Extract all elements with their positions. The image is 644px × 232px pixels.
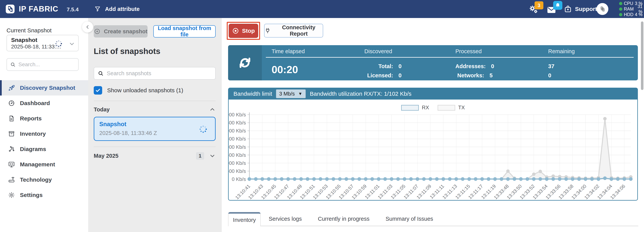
add-attribute-button[interactable]: Add attribute [94,4,140,14]
show-unloaded-toggle[interactable]: Show unloaded snapshots (1) [94,86,183,95]
remaining-header: Remaining [548,48,575,54]
archive-icon [8,130,15,137]
sidebar-item-inventory[interactable]: Inventory [0,126,88,141]
sidebar-item-dashboard[interactable]: Dashboard [0,95,88,111]
network-icon [8,146,15,153]
snapshot-group-may-2025[interactable]: May 2025 1 [94,150,216,161]
gear-icon [8,192,15,199]
bandwidth-limit-select[interactable]: 3 Mb/s ▼ [276,89,306,98]
time-elapsed-value: 00:20 [272,63,298,75]
snapshot-search-input[interactable] [107,70,212,77]
connectivity-report-button[interactable]: Connectivity Report [264,24,323,37]
group-count-badge: 1 [196,152,204,160]
snapshot-item-title: Snapshot [99,121,126,128]
stat-row-ram: RAM 31 % [619,6,642,12]
current-snapshot-name: Snapshot [11,37,38,43]
stop-icon [232,27,239,34]
bandwidth-header: Bandwidth limit 3 Mb/s ▼ Bandwidth utili… [228,88,638,100]
bandwidth-chart: 0 Kb/s500 Kb/s1,000 Kb/s1,500 Kb/s2,000 … [229,99,637,201]
brand-title: IP FABRIC [19,4,58,13]
discovered-values: Total:0Licensed:0 [364,62,402,80]
sidebar-item-settings[interactable]: Settings [0,187,88,203]
plus-circle-icon [94,28,100,35]
tab-summary-of-issues[interactable]: Summary of Issues [378,212,441,226]
tab-services-logs[interactable]: Services logs [261,212,310,226]
status-dot-icon [619,7,622,11]
rocket-icon [8,84,15,91]
svg-text:3,500 Kb/s: 3,500 Kb/s [229,120,246,126]
highlight-annotation: Stop [227,22,260,40]
bottom-tabs: InventoryServices logsCurrently in progr… [228,212,638,226]
current-snapshot-date: 2025-08-18, 11:33:… [11,44,62,50]
search-icon [10,62,16,67]
sidebar-item-technology[interactable]: Technology [0,172,88,187]
time-elapsed-header: Time elapsed [272,48,305,54]
sidebar-item-diagrams[interactable]: Diagrams [0,141,88,157]
sidebar-search-input[interactable] [18,61,75,68]
load-snapshot-button[interactable]: Load snapshot from file [153,25,216,37]
checkbox-checked-icon [94,86,102,95]
svg-text:0 Kb/s: 0 Kb/s [232,176,246,182]
chevron-left-icon [85,24,90,30]
ip-fabric-app: IP FABRIC 7.5.4 Add attribute 3 Support [0,0,644,232]
chevron-up-icon[interactable] [209,106,216,113]
tab-inventory[interactable]: Inventory [228,212,261,226]
main-content: Stop Connectivity Report Time elapsed 00… [222,18,644,232]
topbar: IP FABRIC 7.5.4 Add attribute 3 Support [0,0,644,18]
svg-text:1,000 Kb/s: 1,000 Kb/s [229,160,246,166]
svg-text:2,500 Kb/s: 2,500 Kb/s [229,136,246,142]
support-kit-icon [564,5,572,13]
user-avatar[interactable] [596,3,608,15]
loading-spinner-icon [199,125,208,134]
sidebar-search [6,58,78,71]
processed-header: Processed [456,48,482,54]
status-dot-icon [619,2,622,5]
svg-text:3,000 Kb/s: 3,000 Kb/s [229,128,246,134]
bandwidth-utilization-text: Bandwidth utilization RX/TX: 1/102 Kb/s [310,91,412,97]
create-snapshot-button[interactable]: Create snapshot [94,25,148,37]
search-icon [98,70,104,76]
chevron-down-icon[interactable] [209,153,216,159]
status-dot-icon [619,13,622,16]
router-icon [8,176,15,183]
support-button[interactable]: Support [564,4,597,14]
snapshot-list-panel: Create snapshot Load snapshot from file … [88,18,222,232]
select-caret-icon: ▼ [298,91,302,96]
svg-text:2,000 Kb/s: 2,000 Kb/s [229,144,246,150]
vertical-scrollbar-thumb[interactable] [641,21,644,90]
svg-text:4,000 Kb/s: 4,000 Kb/s [229,112,246,118]
snapshot-list-item[interactable]: Snapshot 2025-08-18, 11:33:46 Z [94,117,216,141]
stop-button[interactable]: Stop [229,24,258,38]
sidebar: Current Snapshot Snapshot 2025-08-18, 11… [0,18,88,232]
current-snapshot-dropdown[interactable]: Snapshot 2025-08-18, 11:33:… [6,35,78,51]
snapshot-item-date: 2025-08-18, 11:33:46 Z [99,130,157,136]
plug-icon [264,27,271,34]
funnel-icon [94,6,101,12]
sidebar-menu: Discovery Snapshot Dashboard Reports Inv… [0,80,88,203]
current-snapshot-label: Current Snapshot [6,27,52,34]
sidebar-item-management[interactable]: Management [0,157,88,172]
stat-row-hdd: HDD 4 % [619,12,642,17]
bandwidth-limit-label: Bandwidth limit [234,91,272,97]
notification-bell-icon [553,1,562,10]
monitor-icon [8,161,15,168]
sidebar-item-reports[interactable]: Reports [0,111,88,126]
divider [94,101,216,101]
bandwidth-panel: Bandwidth limit 3 Mb/s ▼ Bandwidth utili… [228,88,638,201]
gauge-icon [8,100,15,107]
chevron-down-icon [68,40,75,48]
system-stats: CPU 3 % RAM 31 % HDD 4 % [619,1,642,17]
file-icon [8,115,15,122]
discovery-progress-panel: Time elapsed 00:20 DiscoveredTotal:0Lice… [228,45,638,80]
tab-currently-in-progress[interactable]: Currently in progress [310,212,378,226]
ip-fabric-logo-icon [5,4,15,14]
progress-divider [266,57,634,58]
discovered-header: Discovered [364,48,392,54]
snapshot-group-today[interactable]: Today [94,105,216,114]
svg-text:1,500 Kb/s: 1,500 Kb/s [229,152,246,158]
sync-icon [228,45,262,80]
loading-spinner-icon [55,40,62,48]
sidebar-item-discovery-snapshot[interactable]: Discovery Snapshot [0,80,88,95]
sidebar-collapse-button[interactable] [82,21,93,32]
show-unloaded-label: Show unloaded snapshots (1) [107,87,183,94]
